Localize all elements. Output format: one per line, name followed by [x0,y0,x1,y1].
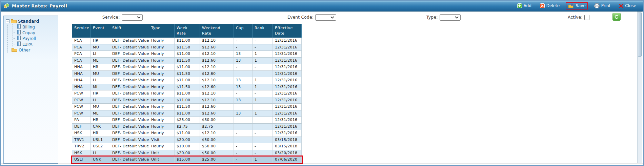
table-cell[interactable]: 1 [253,157,273,163]
active-checkbox[interactable] [584,15,589,20]
sidebar-item-copay[interactable]: Copay [13,30,57,36]
table-cell[interactable]: $15.00 [175,157,200,163]
table-cell[interactable]: 12/31/2016 [273,110,302,117]
table-cell[interactable]: - [234,70,253,77]
sidebar-item-label[interactable]: Billing [22,25,35,29]
column-header[interactable]: Week Rate [175,24,200,38]
table-cell[interactable]: Hourly [149,70,175,77]
table-cell[interactable]: $12.60 [200,57,234,64]
table-cell[interactable]: - [234,104,253,110]
table-cell[interactable]: - [234,90,253,97]
table-cell[interactable]: 12/31/2016 [273,130,302,137]
table-cell[interactable]: - [253,90,273,97]
table-row[interactable]: PCWLIDEF- Default ValueHourly$11.00$12.1… [72,97,302,104]
table-cell[interactable]: - [234,137,253,143]
table-cell[interactable]: - [253,130,273,137]
table-cell[interactable]: $11.50 [175,44,200,51]
table-row[interactable]: PAHRDEF- Default ValueHourly$25.00$30.00… [72,117,302,124]
table-cell[interactable]: $2.75 [175,123,200,130]
close-button[interactable]: Close [617,2,639,9]
table-row[interactable]: HSKLIDEF- Default ValueUnit$20.00$50.00-… [72,150,302,157]
sidebar-item-label[interactable]: Other [19,48,30,53]
table-cell[interactable]: Hourly [149,97,175,104]
table-cell[interactable]: - [253,38,273,44]
print-button[interactable]: Print [592,2,613,9]
table-cell[interactable]: HHA [72,84,91,90]
table-cell[interactable]: HR [91,117,110,124]
table-cell[interactable]: HSK [72,150,91,157]
table-cell[interactable]: USL1 [91,137,110,143]
table-cell[interactable]: Hourly [149,104,175,110]
table-cell[interactable]: 12/31/2016 [273,117,302,124]
table-cell[interactable]: LI [91,97,110,104]
table-cell[interactable]: $11.00 [175,77,200,84]
sidebar-item-payroll[interactable]: Payroll [13,36,57,41]
table-cell[interactable]: HR [91,130,110,137]
table-cell[interactable]: DEF- Default Value [110,117,149,124]
table-cell[interactable]: 12/31/2016 [273,51,302,58]
table-cell[interactable]: DEF- Default Value [110,44,149,51]
table-cell[interactable]: - [234,143,253,150]
table-cell[interactable]: 12/31/2016 [273,84,302,90]
table-cell[interactable]: LI [91,150,110,157]
table-cell[interactable]: - [234,130,253,137]
table-row[interactable]: PCALIDEF- Default ValueHourly$11.00$12.1… [72,51,302,58]
column-header[interactable]: Shift [110,24,149,38]
selected-table-row[interactable]: USLIUNKDEF- Default ValueUnit$15.00$25.0… [72,157,302,163]
table-cell[interactable]: MU [91,44,110,51]
collapse-toggle-icon[interactable] [6,19,9,23]
table-cell[interactable]: HR [91,64,110,71]
table-cell[interactable]: HHA [72,77,91,84]
table-cell[interactable]: - [234,157,253,163]
table-cell[interactable]: 12/31/2016 [273,44,302,51]
sidebar-item-lupa[interactable]: LUPA [13,41,57,47]
event-code-dropdown[interactable] [315,14,336,21]
table-cell[interactable]: - [253,123,273,130]
table-cell[interactable]: 1 [253,97,273,104]
sidebar-item-label[interactable]: Copay [22,30,35,35]
table-row[interactable]: PCWMUDEF- Default ValueHourly$11.50$12.6… [72,104,302,110]
add-button[interactable]: Add [515,2,534,9]
table-cell[interactable]: 03/20/2018 [273,150,302,157]
table-cell[interactable]: DEF- Default Value [110,104,149,110]
delete-button[interactable]: Delete [538,2,562,9]
table-cell[interactable]: $12.10 [200,51,234,58]
table-cell[interactable]: - [253,143,273,150]
table-cell[interactable]: $11.50 [175,84,200,90]
vertical-scrollbar[interactable] [637,12,642,163]
sidebar-item-label[interactable]: Payroll [22,36,36,41]
table-cell[interactable]: 13 [234,97,253,104]
table-row[interactable]: HHALIDEF- Default ValueHourly$11.00$12.1… [72,77,302,84]
table-cell[interactable]: 13 [234,57,253,64]
table-row[interactable]: PCWMLDEF- Default ValueHourly$11.00$12.6… [72,110,302,117]
table-cell[interactable]: Hourly [149,130,175,137]
table-row[interactable]: PCAHRDEF- Default ValueHourly$11.00$12.1… [72,38,302,44]
table-cell[interactable]: UNK [91,157,110,163]
table-cell[interactable]: $11.50 [175,57,200,64]
column-header[interactable]: Rank [253,24,273,38]
table-cell[interactable]: Hourly [149,90,175,97]
table-cell[interactable]: - [253,137,273,143]
table-cell[interactable]: - [234,64,253,71]
table-cell[interactable]: DEF- Default Value [110,77,149,84]
column-header[interactable]: Effective Date [273,24,302,38]
table-row[interactable]: PCAMLDEF- Default ValueHourly$11.50$12.6… [72,57,302,64]
table-row[interactable]: HHAHRDEF- Default ValueHourly$11.00$12.1… [72,64,302,71]
table-cell[interactable]: $11.00 [175,64,200,71]
table-cell[interactable]: $11.00 [175,51,200,58]
column-header[interactable]: Event [91,24,110,38]
table-cell[interactable]: Hourly [149,110,175,117]
table-cell[interactable]: TRV1 [72,137,91,143]
table-row[interactable]: TRV2USL2DEF- Default ValueHourly$10.00$5… [72,143,302,150]
table-cell[interactable]: Hourly [149,38,175,44]
table-cell[interactable]: CAR [91,123,110,130]
save-button[interactable]: Save [566,2,588,9]
sidebar-item-label[interactable]: Standard [18,19,39,24]
table-cell[interactable]: 12/31/2016 [273,64,302,71]
table-cell[interactable]: - [253,70,273,77]
table-cell[interactable]: HHA [72,70,91,77]
table-cell[interactable]: ML [91,57,110,64]
column-header[interactable]: Weekend Rate [200,24,234,38]
table-cell[interactable]: $11.00 [175,38,200,44]
table-cell[interactable]: 12/31/2016 [273,77,302,84]
